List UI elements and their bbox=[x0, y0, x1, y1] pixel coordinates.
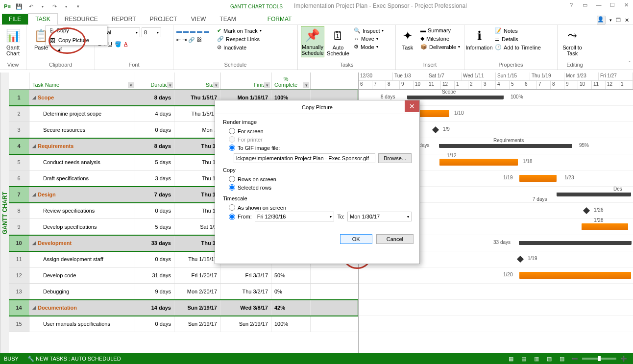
cell-name[interactable]: Review specifications bbox=[29, 203, 135, 218]
collapse-icon[interactable]: ◢ bbox=[32, 241, 36, 245]
row-id[interactable]: 14 bbox=[9, 300, 29, 315]
col-duration[interactable]: Duration▾ bbox=[135, 73, 174, 89]
collapse-icon[interactable]: ◢ bbox=[32, 305, 36, 310]
from-date-combo[interactable]: Fri 12/30/16▾ bbox=[255, 212, 335, 221]
pct0-icon[interactable]: ▬ bbox=[176, 28, 182, 34]
cell-name[interactable]: Develop specifications bbox=[29, 219, 135, 235]
cell-complete[interactable]: 0% bbox=[271, 284, 311, 299]
ribbon-collapse-icon[interactable]: ▾ bbox=[609, 18, 612, 23]
view-team-icon[interactable]: ▥ bbox=[531, 354, 542, 363]
manually-schedule-button[interactable]: 📌Manually Schedule bbox=[301, 26, 324, 57]
chevron-down-icon[interactable]: ▾ bbox=[128, 82, 134, 88]
cell-name[interactable]: Secure resources bbox=[29, 122, 135, 138]
cell-start[interactable]: Sat 1/2 bbox=[174, 219, 220, 235]
row-id[interactable]: 7 bbox=[9, 187, 29, 202]
row-id[interactable]: 15 bbox=[9, 316, 29, 332]
redo-drop-icon[interactable]: ▾ bbox=[61, 1, 72, 12]
row-id[interactable]: 10 bbox=[9, 235, 29, 251]
cell-duration[interactable]: 0 days bbox=[135, 316, 174, 332]
collapse-icon[interactable]: ◢ bbox=[32, 192, 36, 197]
link-icon[interactable]: 🔗 bbox=[188, 37, 195, 43]
zoom-in-icon[interactable]: ➕ bbox=[618, 354, 629, 363]
to-date-combo[interactable]: Mon 1/30/17▾ bbox=[347, 212, 412, 221]
app-icon[interactable]: P≡ bbox=[2, 1, 13, 12]
cell-duration[interactable]: 31 days bbox=[135, 267, 174, 283]
zoom-out-icon[interactable]: ➖ bbox=[569, 354, 580, 363]
ok-button[interactable]: OK bbox=[340, 234, 372, 244]
window-restore-icon[interactable]: ❐ bbox=[616, 17, 621, 24]
font-color-button[interactable]: A bbox=[124, 41, 127, 48]
qat-customize-icon[interactable]: ▾ bbox=[73, 1, 83, 12]
col-complete[interactable]: % Complete▾ bbox=[271, 73, 311, 89]
help-icon[interactable]: ? bbox=[564, 0, 578, 10]
copy-menu-item[interactable]: ⎘Copy bbox=[46, 25, 107, 35]
row-id[interactable]: 6 bbox=[9, 170, 29, 186]
indent-icon[interactable]: ⇥ bbox=[182, 37, 187, 43]
unlink-icon[interactable]: ⛓ bbox=[196, 37, 202, 43]
cell-name[interactable]: Conduct needs analysis bbox=[29, 154, 135, 170]
tab-format[interactable]: FORMAT bbox=[261, 14, 299, 24]
col-start[interactable]: Start▾ bbox=[174, 73, 220, 89]
respect-links-button[interactable]: 🔗Respect Links bbox=[215, 35, 264, 43]
deliverable-button[interactable]: 📦Deliverable▾ bbox=[418, 43, 462, 50]
cell-name[interactable]: Develop code bbox=[29, 267, 135, 283]
cell-complete[interactable]: 42% bbox=[271, 300, 311, 315]
cell-name[interactable]: Debugging bbox=[29, 284, 135, 299]
minimize-icon[interactable]: — bbox=[592, 0, 606, 10]
view-label[interactable]: GANTT CHART bbox=[0, 73, 9, 353]
cell-name[interactable]: ◢Documentation bbox=[29, 300, 135, 315]
cell-start[interactable]: Mon 1 bbox=[174, 122, 220, 138]
cell-start[interactable]: Thu 1/5/17 bbox=[174, 90, 220, 105]
cell-start[interactable]: Thu 1/ bbox=[174, 154, 220, 170]
status-newtasks[interactable]: 🔧 NEW TASKS : AUTO SCHEDULED bbox=[27, 356, 121, 362]
cell-duration[interactable]: 3 days bbox=[135, 170, 174, 186]
tab-task[interactable]: TASK bbox=[28, 13, 57, 25]
cell-finish[interactable]: Fri 3/3/17 bbox=[220, 267, 271, 283]
radio-to-gif[interactable]: To GIF image file: bbox=[223, 144, 412, 152]
cell-start[interactable]: Fri 1/20/17 bbox=[174, 267, 220, 283]
redo-icon[interactable]: ↷ bbox=[49, 1, 60, 12]
cell-duration[interactable]: 0 days bbox=[135, 251, 174, 267]
cell-name[interactable]: ◢Scope bbox=[29, 90, 135, 105]
collapse-icon[interactable]: ◢ bbox=[32, 95, 36, 100]
row-id[interactable]: 3 bbox=[9, 122, 29, 138]
browse-button[interactable]: Browse... bbox=[378, 153, 412, 163]
col-finish[interactable]: Finish▾ bbox=[220, 73, 271, 89]
mark-on-track-button[interactable]: ✔Mark on Track▾ bbox=[215, 27, 264, 34]
table-row[interactable]: 14 ◢Documentation 14 days Sun 2/19/17 We… bbox=[9, 300, 358, 316]
chevron-down-icon[interactable]: ▾ bbox=[213, 82, 219, 88]
pct25-icon[interactable]: ▬ bbox=[183, 28, 189, 34]
chevron-down-icon[interactable]: ▾ bbox=[303, 82, 309, 88]
view-sheet-icon[interactable]: ▧ bbox=[544, 354, 555, 363]
radio-selected-rows[interactable]: Selected rows bbox=[223, 183, 412, 192]
cell-name[interactable]: ◢Design bbox=[29, 187, 135, 202]
row-id[interactable]: 13 bbox=[9, 284, 29, 299]
details-button[interactable]: ☰Details bbox=[493, 35, 543, 43]
milestone-button[interactable]: ◆Milestone bbox=[418, 35, 462, 42]
cell-finish[interactable]: Sun 2/19/17 bbox=[220, 316, 271, 332]
cell-start[interactable]: Thu 1/ bbox=[174, 138, 220, 154]
cell-name[interactable]: User manuals specifications bbox=[29, 316, 135, 332]
cell-finish[interactable]: Wed 3/8/17 bbox=[220, 300, 271, 315]
timeline-button[interactable]: 🕑Add to Timeline bbox=[493, 44, 543, 51]
cell-duration[interactable]: 7 days bbox=[135, 187, 174, 202]
row-id[interactable]: 8 bbox=[9, 203, 29, 218]
pct50-icon[interactable]: ▬ bbox=[190, 28, 195, 34]
radio-for-screen[interactable]: For screen bbox=[223, 127, 412, 135]
font-size-combo[interactable]: 8▾ bbox=[142, 27, 161, 37]
cell-complete[interactable]: 50% bbox=[271, 267, 311, 283]
view-usage-icon[interactable]: ▤ bbox=[518, 354, 529, 363]
cell-name[interactable]: ◢Requirements bbox=[29, 138, 135, 154]
row-id[interactable]: 12 bbox=[9, 267, 29, 283]
information-button[interactable]: ℹInformation bbox=[467, 26, 491, 52]
scroll-to-task-button[interactable]: ⤳Scroll to Task bbox=[560, 26, 584, 58]
cell-name[interactable]: ◢Development bbox=[29, 235, 135, 251]
inactivate-button[interactable]: ⊘Inactivate bbox=[215, 44, 264, 51]
fill-color-button[interactable]: 🪣 bbox=[115, 41, 122, 48]
dialog-close-button[interactable]: ✕ bbox=[405, 100, 419, 112]
cell-duration[interactable]: 4 days bbox=[135, 106, 174, 121]
notes-button[interactable]: 📝Notes bbox=[493, 27, 543, 34]
zoom-slider[interactable] bbox=[582, 358, 616, 360]
cell-start[interactable]: Thu 1/5/17 bbox=[174, 106, 220, 121]
summary-button[interactable]: ▬Summary bbox=[418, 27, 462, 34]
